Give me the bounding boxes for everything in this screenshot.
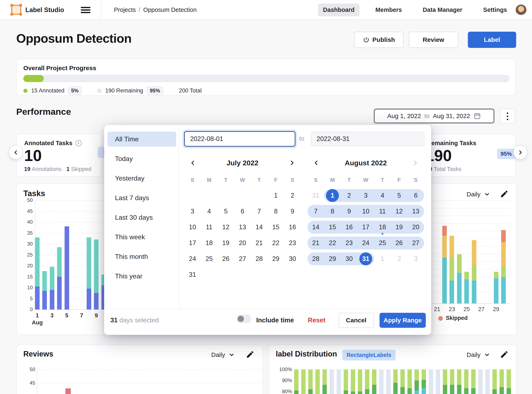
- calendar-day[interactable]: 9: [284, 203, 301, 219]
- hamburger-menu-icon[interactable]: [81, 7, 90, 13]
- calendar-day[interactable]: 6: [234, 203, 251, 219]
- calendar-next-icon[interactable]: [288, 159, 296, 167]
- calendar-day[interactable]: 9: [341, 203, 357, 219]
- preset-this-year[interactable]: This year: [108, 269, 176, 284]
- calendar-day[interactable]: 8: [267, 203, 284, 219]
- review-button[interactable]: Review: [409, 32, 458, 48]
- end-date-input[interactable]: 2022-08-31: [311, 132, 424, 146]
- calendar-day[interactable]: 29: [267, 251, 284, 267]
- interval-select[interactable]: Daily: [211, 351, 235, 358]
- interval-select[interactable]: Daily: [467, 351, 490, 358]
- edit-pencil-icon[interactable]: [500, 190, 509, 198]
- nav-tab-members[interactable]: Members: [370, 4, 407, 16]
- calendar-day[interactable]: 1: [374, 251, 391, 267]
- preset-this-week[interactable]: This week: [108, 229, 176, 244]
- calendar-day[interactable]: 2: [341, 188, 357, 203]
- apply-range-button[interactable]: Apply Range: [380, 313, 426, 328]
- calendar-day[interactable]: 2: [391, 251, 407, 267]
- calendar-day[interactable]: 28: [308, 251, 324, 267]
- calendar-day[interactable]: 8: [324, 203, 341, 219]
- calendar-day[interactable]: 4: [201, 203, 218, 219]
- breadcrumb-projects[interactable]: Projects: [114, 6, 136, 13]
- calendar-day[interactable]: 20: [234, 235, 251, 251]
- date-range-control[interactable]: Aug 1, 2022 to Aug 31, 2022: [374, 109, 494, 123]
- calendar-day[interactable]: 29: [324, 251, 341, 267]
- calendar-day[interactable]: 1: [267, 188, 284, 203]
- calendar-day[interactable]: 30: [341, 251, 357, 267]
- calendar-day[interactable]: 31: [357, 251, 374, 267]
- calendar-day[interactable]: 19: [218, 235, 234, 251]
- calendar-day[interactable]: 3: [357, 188, 374, 203]
- preset-yesterday[interactable]: Yesterday: [108, 171, 176, 186]
- nav-tab-dashboard[interactable]: Dashboard: [318, 4, 360, 16]
- calendar-day[interactable]: 6: [407, 188, 424, 203]
- nav-tab-data-manager[interactable]: Data Manager: [418, 4, 467, 16]
- calendar-day[interactable]: 16: [284, 219, 301, 235]
- publish-button[interactable]: Publish: [354, 32, 404, 48]
- reset-link[interactable]: Reset: [308, 316, 325, 324]
- user-avatar[interactable]: [516, 4, 527, 16]
- edit-pencil-icon[interactable]: [500, 350, 509, 359]
- nav-tab-settings[interactable]: Settings: [478, 4, 512, 16]
- calendar-day[interactable]: 4: [374, 188, 391, 203]
- carousel-next-button[interactable]: [514, 146, 527, 159]
- calendar-day[interactable]: 19: [391, 219, 407, 235]
- calendar-day[interactable]: 1: [324, 188, 341, 203]
- calendar-day[interactable]: 21: [308, 235, 324, 251]
- calendar-day[interactable]: 17: [184, 235, 201, 251]
- calendar-day[interactable]: 26: [391, 235, 407, 251]
- calendar-day[interactable]: 15: [267, 219, 284, 235]
- calendar-day[interactable]: 24: [357, 235, 374, 251]
- carousel-prev-button[interactable]: [9, 146, 22, 159]
- preset-today[interactable]: Today: [108, 151, 176, 166]
- calendar-day[interactable]: 27: [407, 235, 424, 251]
- start-date-input[interactable]: 2022-08-01: [184, 131, 295, 147]
- calendar-day[interactable]: 23: [284, 235, 301, 251]
- calendar-day[interactable]: 25: [201, 251, 218, 267]
- calendar-day[interactable]: 5: [391, 188, 407, 203]
- calendar-day[interactable]: 25: [374, 235, 391, 251]
- calendar-day[interactable]: 31: [184, 267, 201, 283]
- calendar-day[interactable]: 20: [407, 219, 424, 235]
- include-time-toggle[interactable]: [237, 315, 251, 323]
- calendar-day[interactable]: 16: [341, 219, 357, 235]
- calendar-day[interactable]: 10: [357, 203, 374, 219]
- calendar-day[interactable]: 30: [284, 251, 301, 267]
- calendar-day[interactable]: 18: [374, 219, 391, 235]
- preset-this-month[interactable]: This month: [108, 249, 176, 264]
- calendar-day[interactable]: 5: [218, 203, 234, 219]
- calendar-day[interactable]: 11: [374, 203, 391, 219]
- calendar-day[interactable]: 26: [218, 251, 234, 267]
- calendar-day[interactable]: 7: [251, 203, 267, 219]
- calendar-day[interactable]: 11: [201, 219, 218, 235]
- calendar-day[interactable]: 23: [341, 235, 357, 251]
- cancel-button[interactable]: Cancel: [339, 313, 374, 328]
- calendar-day[interactable]: 21: [251, 235, 267, 251]
- calendar-day[interactable]: 2: [284, 188, 301, 203]
- calendar-day[interactable]: 3: [407, 251, 424, 267]
- calendar-day[interactable]: 28: [251, 251, 267, 267]
- calendar-day[interactable]: 13: [234, 219, 251, 235]
- info-icon[interactable]: i: [75, 140, 82, 146]
- calendar-day[interactable]: 18: [201, 235, 218, 251]
- label-button[interactable]: Label: [468, 32, 516, 48]
- calendar-day[interactable]: 13: [407, 203, 424, 219]
- calendar-next-icon[interactable]: [411, 159, 420, 167]
- calendar-day[interactable]: 27: [234, 251, 251, 267]
- calendar-day[interactable]: 15: [324, 219, 341, 235]
- calendar-day[interactable]: 10: [184, 219, 201, 235]
- calendar-prev-icon[interactable]: [312, 159, 320, 167]
- interval-select[interactable]: Daily: [467, 191, 490, 198]
- edit-pencil-icon[interactable]: [246, 350, 255, 359]
- calendar-day[interactable]: 12: [218, 219, 234, 235]
- calendar-day[interactable]: 3: [184, 203, 201, 219]
- preset-all-time[interactable]: All Time: [108, 132, 176, 147]
- calendar-day[interactable]: 14: [308, 219, 324, 235]
- calendar-day[interactable]: 7: [308, 203, 324, 219]
- calendar-day[interactable]: 24: [184, 251, 201, 267]
- calendar-day[interactable]: 17: [357, 219, 374, 235]
- calendar-day[interactable]: 12: [391, 203, 407, 219]
- calendar-day[interactable]: 22: [324, 235, 341, 251]
- label-studio-logo-icon[interactable]: [11, 5, 21, 15]
- preset-last-30-days[interactable]: Last 30 days: [108, 210, 176, 225]
